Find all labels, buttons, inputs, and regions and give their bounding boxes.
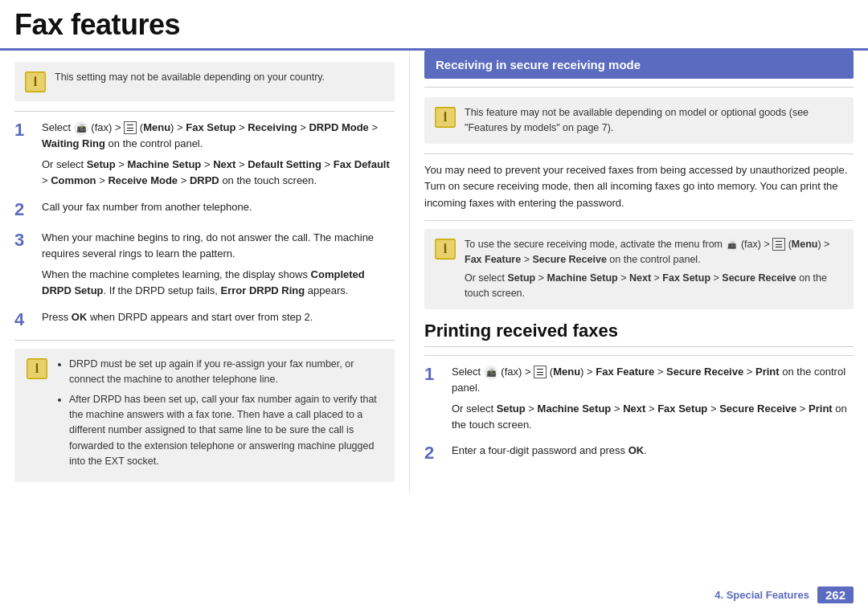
divider-1 — [14, 111, 395, 112]
step-3: 3 When your machine begins to ring, do n… — [14, 230, 395, 300]
section1-note2-text: To use the secure receiving mode, activa… — [465, 237, 844, 301]
section1-header: Receiving in secure receiving mode — [424, 51, 854, 79]
step-4-number: 4 — [14, 309, 32, 330]
note-icon-r1: i — [434, 106, 457, 129]
footer-page: 262 — [817, 586, 854, 603]
fax-icon-1: 📠 — [74, 121, 88, 136]
section1-body: You may need to prevent your received fa… — [424, 162, 854, 212]
step-2-content: Call your fax number from another teleph… — [42, 199, 395, 215]
step-4: 4 Press OK when DRPD appears and start o… — [14, 309, 395, 330]
section2-step-1-content: Select 📠 (fax) > ☰ (Menu) > Fax Feature … — [452, 364, 854, 434]
left-top-note: i This setting may not be available depe… — [14, 62, 395, 101]
section1-note2: i To use the secure receiving mode, acti… — [424, 229, 854, 309]
divider-r1 — [424, 87, 854, 88]
section2-title: Printing received faxes — [424, 321, 854, 347]
step-2: 2 Call your fax number from another tele… — [14, 199, 395, 220]
page-footer: 4. Special Features 262 — [714, 586, 854, 603]
step-1-content: Select 📠 (fax) > ☰ (Menu) > Fax Setup > … — [42, 120, 395, 190]
divider-r2 — [424, 153, 854, 154]
left-top-note-text: This setting may not be available depend… — [55, 70, 325, 85]
left-bottom-note: i DRPD must be set up again if you re-as… — [14, 349, 395, 482]
section1-note: i This feature may not be available depe… — [424, 97, 854, 144]
note-icon-bottom: i — [26, 358, 48, 380]
section2-step-2-content: Enter a four-digit password and press OK… — [452, 443, 854, 459]
right-column: Receiving in secure receiving mode i Thi… — [410, 51, 868, 493]
page-title: Fax features — [14, 8, 180, 41]
divider-2 — [14, 340, 395, 341]
step-1: 1 Select 📠 (fax) > ☰ (Menu) > Fax Setup … — [14, 120, 395, 190]
menu-icon-r1: ☰ — [772, 238, 785, 251]
step-2-number: 2 — [14, 199, 32, 220]
section2-step-1-number: 1 — [424, 364, 442, 385]
section2-step-2: 2 Enter a four-digit password and press … — [424, 443, 854, 464]
footer-label: 4. Special Features — [714, 589, 809, 601]
left-bottom-note-text: DRPD must be set up again if you re-assi… — [56, 357, 383, 474]
section2-step-2-number: 2 — [424, 443, 442, 464]
divider-r4 — [424, 355, 854, 356]
divider-r3 — [424, 220, 854, 221]
step-3-content: When your machine begins to ring, do not… — [42, 230, 395, 300]
menu-icon-s2: ☰ — [534, 366, 547, 378]
section1-note-text: This feature may not be available depend… — [465, 105, 844, 136]
step-3-number: 3 — [14, 230, 32, 251]
step-1-number: 1 — [14, 120, 32, 141]
page-header: Fax features — [0, 0, 868, 51]
note-icon: i — [24, 71, 47, 93]
steps-list: 1 Select 📠 (fax) > ☰ (Menu) > Fax Setup … — [14, 120, 395, 330]
menu-icon-1: ☰ — [124, 121, 137, 134]
section2-steps: 1 Select 📠 (fax) > ☰ (Menu) > Fax Featur… — [424, 364, 854, 464]
left-column: i This setting may not be available depe… — [0, 51, 410, 493]
step-4-content: Press OK when DRPD appears and start ove… — [42, 309, 395, 325]
fax-icon-s2: 📠 — [484, 366, 498, 380]
fax-icon-r1: 📠 — [725, 239, 738, 251]
section2-step-1: 1 Select 📠 (fax) > ☰ (Menu) > Fax Featur… — [424, 364, 854, 434]
note-icon-r2: i — [434, 238, 457, 260]
